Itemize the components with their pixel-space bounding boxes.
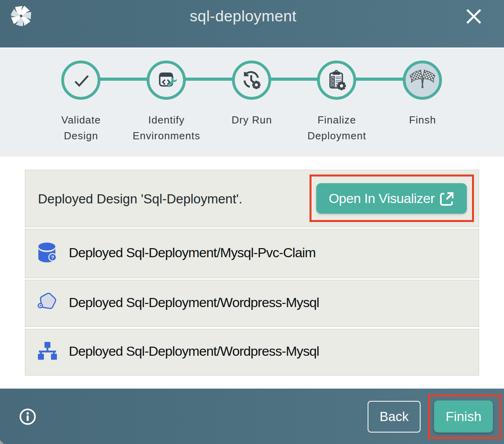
svg-text:?: ? — [51, 254, 54, 260]
